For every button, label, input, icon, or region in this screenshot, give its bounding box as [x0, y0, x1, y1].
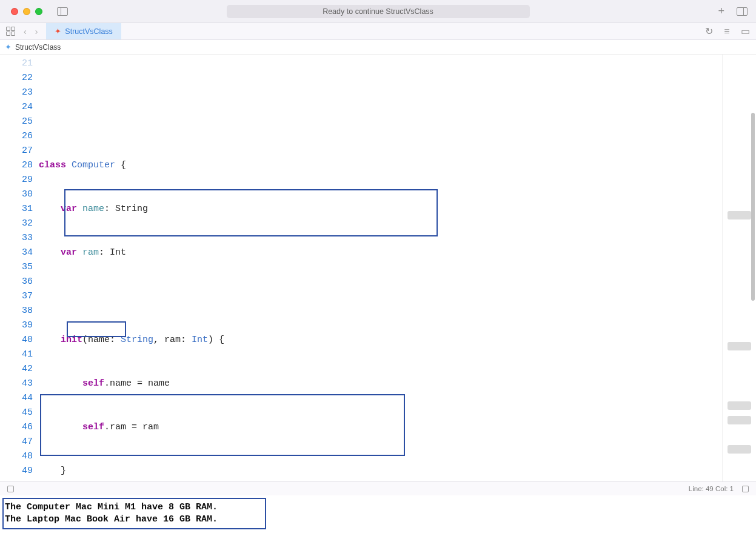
- toggle-inspector-icon[interactable]: [737, 7, 748, 16]
- breadcrumb-file: StructVsClass: [15, 43, 61, 52]
- forward-button[interactable]: ›: [35, 27, 38, 36]
- line-gutter[interactable]: 2122232425262728293031323334353637383940…: [0, 55, 39, 481]
- tab-label: StructVsClass: [65, 27, 113, 36]
- close-window-button[interactable]: [11, 8, 18, 15]
- minimap[interactable]: [722, 55, 756, 481]
- cursor-position: Line: 49 Col: 1: [689, 485, 734, 492]
- add-editor-icon[interactable]: ▭: [740, 25, 750, 37]
- swift-file-icon: ✦: [5, 42, 12, 52]
- tab-bar: ‹ › ✦ StructVsClass ↻ ≡ ▭: [0, 23, 756, 40]
- window-titlebar: Ready to continue StructVsClass +: [0, 0, 756, 23]
- editor: 2122232425262728293031323334353637383940…: [0, 55, 756, 481]
- minimap-run-marker[interactable]: [728, 416, 751, 424]
- related-items-icon[interactable]: [6, 27, 15, 36]
- minimap-run-marker[interactable]: [728, 342, 751, 350]
- refresh-icon[interactable]: ↻: [704, 25, 714, 37]
- console-output: The Computer Mac Mini M1 have 8 GB RAM. …: [2, 498, 266, 529]
- toggle-navigator-icon[interactable]: [57, 7, 68, 16]
- breadcrumb[interactable]: ✦ StructVsClass: [0, 40, 756, 55]
- add-icon[interactable]: +: [718, 5, 724, 18]
- code-area[interactable]: class Computer { var name: String var ra…: [39, 55, 350, 481]
- minimap-run-marker[interactable]: [728, 211, 751, 219]
- annotation-box-details-func: [64, 189, 438, 236]
- console-line: The Laptop Mac Book Air have 16 GB RAM.: [5, 514, 218, 524]
- minimize-window-button[interactable]: [23, 8, 30, 15]
- activity-status[interactable]: Ready to continue StructVsClass: [227, 5, 530, 18]
- status-panel-icon[interactable]: [742, 486, 749, 492]
- tab-structvsclass[interactable]: ✦ StructVsClass: [46, 23, 121, 39]
- zoom-window-button[interactable]: [35, 8, 42, 15]
- traffic-lights: [0, 8, 42, 15]
- status-bar: Line: 49 Col: 1: [0, 481, 756, 495]
- adjust-editor-icon[interactable]: ≡: [722, 26, 732, 37]
- annotation-box-usage: [40, 394, 405, 456]
- debug-panel-icon[interactable]: [7, 486, 14, 492]
- minimap-run-marker[interactable]: [728, 401, 751, 410]
- annotation-box-override: [67, 321, 126, 337]
- console-line: The Computer Mac Mini M1 have 8 GB RAM.: [5, 502, 218, 512]
- minimap-run-marker[interactable]: [728, 445, 751, 454]
- swift-file-icon: ✦: [55, 27, 61, 36]
- minimap-scrollbar[interactable]: [751, 113, 755, 301]
- back-button[interactable]: ‹: [24, 27, 27, 36]
